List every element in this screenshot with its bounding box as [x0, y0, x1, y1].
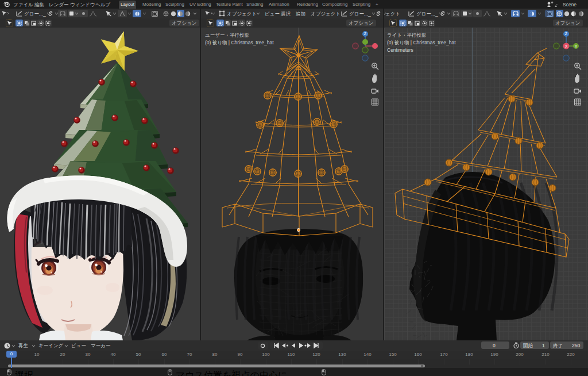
svg-text:Z: Z	[565, 32, 568, 36]
svg-text:Z: Z	[364, 32, 367, 36]
svg-text:Y: Y	[575, 44, 578, 48]
svg-text:X: X	[565, 44, 568, 48]
